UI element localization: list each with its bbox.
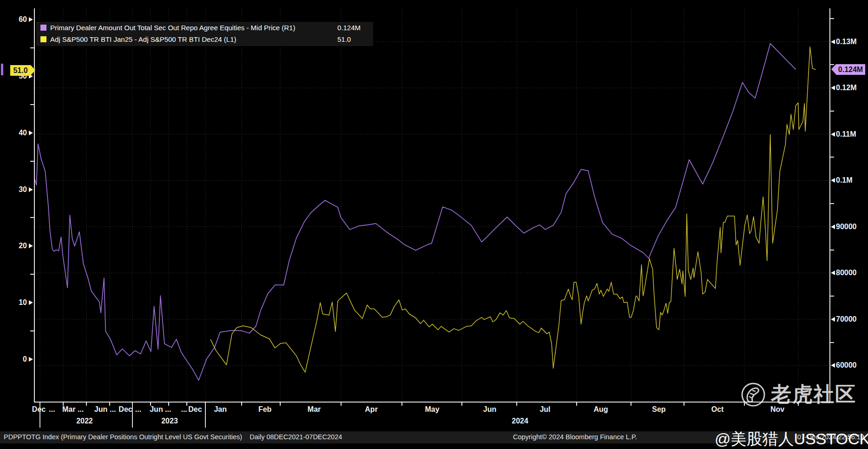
- y-right-label-0.1M: 0.1M: [836, 176, 868, 185]
- y-left-tick-marker-icon: [29, 187, 33, 192]
- legend-panel: Primary Dealer Amount Out Total Sec Out …: [36, 22, 373, 46]
- y-right-tick-marker-icon: [831, 224, 835, 229]
- y-left-minor-tick: [30, 47, 34, 48]
- copyright-notice: Copyright© 2024 Bloomberg Finance L.P.: [513, 433, 637, 441]
- y-left-label-40: 40: [0, 128, 27, 138]
- x-label-Sep: Sep: [652, 405, 665, 414]
- legend-label: Adj S&P500 TR BTI Jan25 - Adj S&P500 TR …: [50, 35, 236, 43]
- y-right-minor-tick: [830, 296, 834, 297]
- y-right-minor-tick: [830, 342, 834, 343]
- x-axis-tick: [280, 403, 281, 406]
- chart-canvas: [35, 8, 830, 403]
- tiger-community-text: 老虎社区: [771, 381, 856, 408]
- y-right-label-70000: 70000: [836, 315, 868, 324]
- plot-area: [35, 8, 830, 403]
- right-axis-line: [829, 8, 830, 403]
- legend-label: Primary Dealer Amount Out Total Sec Out …: [50, 24, 295, 32]
- y-left-label-0: 0: [0, 355, 27, 364]
- x-label-Jun: Jun ...: [150, 405, 171, 414]
- x-axis-line: [34, 402, 830, 403]
- legend-last-value: 51.0: [337, 35, 351, 43]
- y-left-label-30: 30: [0, 185, 27, 194]
- x-year-label-2023: 2023: [161, 417, 178, 425]
- y-right-tick-marker-icon: [831, 178, 835, 183]
- periodicity-and-range: Daily 08DEC2021-07DEC2024: [250, 433, 342, 441]
- y-right-tick-marker-icon: [831, 132, 835, 137]
- x-label-Feb: Feb: [258, 405, 271, 414]
- year-separator: [39, 403, 40, 428]
- purple-last-value-text: 0.124M: [836, 64, 865, 75]
- x-axis-tick: [684, 403, 684, 406]
- purple-series-swatch-icon: [40, 25, 46, 31]
- tag-pointer-icon: [31, 65, 35, 75]
- tiger-community-watermark: 老虎社区: [740, 381, 856, 408]
- tag-pointer-icon: [831, 64, 836, 74]
- y-right-tick-marker-icon: [831, 86, 835, 90]
- x-label-Mar: Mar ...: [62, 405, 84, 414]
- x-axis-tick: [86, 403, 87, 406]
- security-description: PDPPTOTG Index (Primary Dealer Positions…: [4, 433, 342, 441]
- x-label-Oct: Oct: [711, 405, 724, 414]
- y-left-minor-tick: [30, 161, 34, 162]
- y-left-minor-tick: [30, 104, 34, 105]
- y-right-label-80000: 80000: [836, 268, 868, 277]
- y-right-label-90000: 90000: [836, 222, 868, 231]
- y-left-tick-marker-icon: [29, 17, 33, 22]
- y-left-tick-marker-icon: [29, 244, 33, 248]
- yellow-last-value-text: 51.0: [10, 65, 31, 76]
- x-axis-tick: [631, 403, 631, 406]
- x-label-Mar: Mar: [308, 405, 321, 414]
- x-axis-tick: [401, 403, 402, 406]
- y-right-label-0.12M: 0.12M: [836, 83, 868, 92]
- series-line-purple: [35, 44, 796, 381]
- x-label-: ...: [49, 405, 55, 414]
- y-right-minor-tick: [830, 157, 834, 158]
- y-right-label-60000: 60000: [836, 361, 868, 370]
- series-line-yellow: [210, 47, 815, 372]
- y-right-tick-marker-icon: [831, 271, 835, 275]
- purple-last-value-edge-tick: [1, 64, 3, 75]
- y-left-minor-tick: [30, 330, 34, 331]
- y-left-tick-marker-icon: [29, 300, 33, 305]
- legend-last-value: 0.124M: [337, 24, 361, 32]
- y-right-minor-tick: [830, 18, 834, 19]
- x-label-Jun: Jun: [94, 405, 107, 414]
- x-label-: ...: [181, 405, 187, 414]
- x-year-label-2024: 2024: [512, 417, 528, 425]
- y-left-label-20: 20: [0, 241, 27, 251]
- x-axis-tick: [516, 403, 517, 406]
- yellow-series-swatch-icon: [40, 36, 46, 42]
- x-label-May: May: [425, 405, 439, 414]
- x-label-Dec: Dec: [32, 405, 46, 414]
- year-separator: [205, 403, 206, 428]
- x-label-Jul: Jul: [539, 405, 550, 414]
- x-label-Dec: Dec: [118, 405, 132, 414]
- tiger-logo-icon: [740, 382, 766, 408]
- y-left-label-10: 10: [0, 298, 27, 307]
- x-year-label-2022: 2022: [76, 417, 93, 425]
- y-right-minor-tick: [830, 203, 834, 204]
- x-label-Aug: Aug: [593, 405, 608, 414]
- y-right-minor-tick: [830, 111, 834, 112]
- legend-item-primary-dealer[interactable]: Primary Dealer Amount Out Total Sec Out …: [36, 22, 373, 33]
- y-right-tick-marker-icon: [831, 317, 835, 322]
- x-axis-tick: [241, 403, 242, 406]
- y-left-tick-marker-icon: [29, 357, 33, 362]
- x-label-Jun: Jun: [483, 405, 496, 414]
- y-left-tick-marker-icon: [29, 131, 33, 135]
- x-axis-tick: [576, 403, 577, 406]
- y-left-minor-tick: [30, 217, 34, 218]
- x-label-Dec: Dec: [188, 405, 202, 414]
- x-axis-tick: [341, 403, 342, 406]
- y-left-label-60: 60: [0, 15, 27, 24]
- y-left-minor-tick: [30, 274, 34, 275]
- x-label-: ...: [135, 405, 141, 414]
- y-right-tick-marker-icon: [831, 40, 835, 44]
- x-label-Jan: Jan: [214, 405, 227, 414]
- bloomberg-chart-screen: 0102030405060 0.13M0.12M0.11M0.1M9000080…: [0, 0, 868, 449]
- year-separator: [132, 403, 133, 428]
- usstock-watermark: @美股猎人USSTOCK: [715, 429, 868, 449]
- legend-item-sp500-bti[interactable]: Adj S&P500 TR BTI Jan25 - Adj S&P500 TR …: [36, 33, 373, 45]
- y-right-minor-tick: [830, 250, 834, 251]
- y-right-tick-marker-icon: [831, 363, 835, 368]
